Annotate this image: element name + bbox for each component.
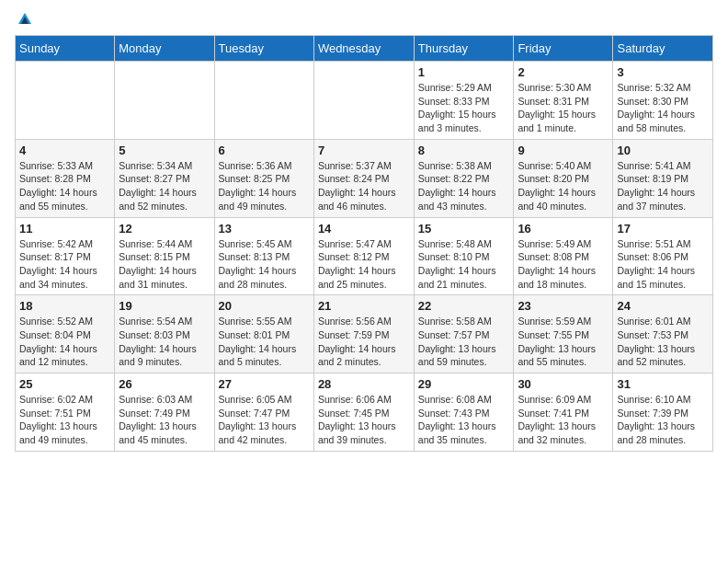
day-number: 5 <box>119 144 210 157</box>
calendar-cell: 25Sunrise: 6:02 AMSunset: 7:51 PMDayligh… <box>16 373 115 452</box>
day-info: Sunrise: 5:34 AMSunset: 8:27 PMDaylight:… <box>119 159 210 213</box>
day-info: Sunrise: 5:51 AMSunset: 8:06 PMDaylight:… <box>617 237 709 292</box>
day-info: Sunrise: 5:30 AMSunset: 8:31 PMDaylight:… <box>518 81 609 135</box>
calendar-header-wednesday: Wednesday <box>313 36 414 62</box>
calendar-week-row: 25Sunrise: 6:02 AMSunset: 7:51 PMDayligh… <box>16 373 713 452</box>
day-info: Sunrise: 5:33 AMSunset: 8:28 PMDaylight:… <box>19 159 110 213</box>
calendar-cell: 16Sunrise: 5:49 AMSunset: 8:08 PMDayligh… <box>514 217 613 295</box>
day-number: 8 <box>418 144 510 157</box>
day-number: 15 <box>418 222 510 236</box>
calendar-table: SundayMondayTuesdayWednesdayThursdayFrid… <box>15 35 713 452</box>
day-info: Sunrise: 6:02 AMSunset: 7:51 PMDaylight:… <box>19 393 110 447</box>
calendar-header-tuesday: Tuesday <box>214 36 313 62</box>
calendar-cell: 28Sunrise: 6:06 AMSunset: 7:45 PMDayligh… <box>313 373 414 452</box>
day-info: Sunrise: 5:59 AMSunset: 7:55 PMDaylight:… <box>518 315 609 369</box>
day-number: 13 <box>219 222 310 236</box>
day-number: 25 <box>19 377 110 391</box>
day-info: Sunrise: 6:06 AMSunset: 7:45 PMDaylight:… <box>318 393 410 447</box>
day-info: Sunrise: 5:48 AMSunset: 8:10 PMDaylight:… <box>418 237 510 292</box>
calendar-cell: 27Sunrise: 6:05 AMSunset: 7:47 PMDayligh… <box>214 373 313 452</box>
day-info: Sunrise: 5:45 AMSunset: 8:13 PMDaylight:… <box>219 237 310 292</box>
calendar-cell: 13Sunrise: 5:45 AMSunset: 8:13 PMDayligh… <box>214 217 313 295</box>
day-number: 26 <box>119 377 210 391</box>
day-number: 20 <box>219 299 310 313</box>
calendar-cell: 5Sunrise: 5:34 AMSunset: 8:27 PMDaylight… <box>115 139 214 217</box>
calendar-cell: 2Sunrise: 5:30 AMSunset: 8:31 PMDaylight… <box>514 62 613 140</box>
calendar-cell <box>115 62 214 140</box>
day-number: 10 <box>617 144 709 157</box>
day-number: 28 <box>318 377 410 391</box>
day-number: 1 <box>418 65 510 79</box>
day-number: 16 <box>518 222 609 236</box>
day-info: Sunrise: 6:08 AMSunset: 7:43 PMDaylight:… <box>418 393 510 447</box>
day-number: 18 <box>19 299 110 313</box>
calendar-cell: 10Sunrise: 5:41 AMSunset: 8:19 PMDayligh… <box>613 139 713 217</box>
day-info: Sunrise: 5:54 AMSunset: 8:03 PMDaylight:… <box>119 315 210 369</box>
calendar-cell: 1Sunrise: 5:29 AMSunset: 8:33 PMDaylight… <box>414 62 514 140</box>
day-number: 29 <box>418 377 510 391</box>
calendar-cell: 3Sunrise: 5:32 AMSunset: 8:30 PMDaylight… <box>613 62 713 140</box>
calendar-cell: 21Sunrise: 5:56 AMSunset: 7:59 PMDayligh… <box>313 295 414 373</box>
day-info: Sunrise: 5:29 AMSunset: 8:33 PMDaylight:… <box>418 81 510 135</box>
calendar-cell <box>16 62 115 140</box>
calendar-cell: 18Sunrise: 5:52 AMSunset: 8:04 PMDayligh… <box>16 295 115 373</box>
day-info: Sunrise: 5:40 AMSunset: 8:20 PMDaylight:… <box>518 159 609 213</box>
calendar-week-row: 18Sunrise: 5:52 AMSunset: 8:04 PMDayligh… <box>16 295 713 373</box>
day-number: 14 <box>318 222 410 236</box>
day-info: Sunrise: 6:05 AMSunset: 7:47 PMDaylight:… <box>219 393 310 447</box>
day-number: 17 <box>617 222 709 236</box>
day-info: Sunrise: 6:01 AMSunset: 7:53 PMDaylight:… <box>617 315 709 369</box>
calendar-cell: 15Sunrise: 5:48 AMSunset: 8:10 PMDayligh… <box>414 217 514 295</box>
day-info: Sunrise: 5:56 AMSunset: 7:59 PMDaylight:… <box>318 315 410 369</box>
calendar-header-friday: Friday <box>514 36 613 62</box>
day-info: Sunrise: 5:52 AMSunset: 8:04 PMDaylight:… <box>19 315 110 369</box>
day-number: 27 <box>219 377 310 391</box>
day-number: 2 <box>518 65 609 79</box>
day-info: Sunrise: 5:41 AMSunset: 8:19 PMDaylight:… <box>617 159 709 213</box>
calendar-header-thursday: Thursday <box>414 36 514 62</box>
calendar-cell: 8Sunrise: 5:38 AMSunset: 8:22 PMDaylight… <box>414 139 514 217</box>
calendar-header-saturday: Saturday <box>613 36 713 62</box>
day-number: 31 <box>617 377 709 391</box>
calendar-cell: 7Sunrise: 5:37 AMSunset: 8:24 PMDaylight… <box>313 139 414 217</box>
day-info: Sunrise: 5:32 AMSunset: 8:30 PMDaylight:… <box>617 81 709 135</box>
calendar-cell: 9Sunrise: 5:40 AMSunset: 8:20 PMDaylight… <box>514 139 613 217</box>
day-info: Sunrise: 6:10 AMSunset: 7:39 PMDaylight:… <box>617 393 709 447</box>
calendar-cell: 12Sunrise: 5:44 AMSunset: 8:15 PMDayligh… <box>115 217 214 295</box>
page-header <box>15 15 713 28</box>
calendar-header-monday: Monday <box>115 36 214 62</box>
calendar-cell <box>214 62 313 140</box>
day-number: 12 <box>119 222 210 236</box>
calendar-cell: 26Sunrise: 6:03 AMSunset: 7:49 PMDayligh… <box>115 373 214 452</box>
calendar-cell: 22Sunrise: 5:58 AMSunset: 7:57 PMDayligh… <box>414 295 514 373</box>
day-number: 24 <box>617 299 709 313</box>
day-number: 23 <box>518 299 609 313</box>
day-info: Sunrise: 5:55 AMSunset: 8:01 PMDaylight:… <box>219 315 310 369</box>
day-info: Sunrise: 5:36 AMSunset: 8:25 PMDaylight:… <box>219 159 310 213</box>
calendar-cell: 19Sunrise: 5:54 AMSunset: 8:03 PMDayligh… <box>115 295 214 373</box>
calendar-cell: 30Sunrise: 6:09 AMSunset: 7:41 PMDayligh… <box>514 373 613 452</box>
calendar-cell <box>313 62 414 140</box>
day-number: 3 <box>617 65 709 79</box>
calendar-header-sunday: Sunday <box>16 36 115 62</box>
day-info: Sunrise: 5:47 AMSunset: 8:12 PMDaylight:… <box>318 237 410 292</box>
calendar-header-row: SundayMondayTuesdayWednesdayThursdayFrid… <box>16 36 713 62</box>
day-number: 11 <box>19 222 110 236</box>
calendar-cell: 6Sunrise: 5:36 AMSunset: 8:25 PMDaylight… <box>214 139 313 217</box>
day-info: Sunrise: 5:42 AMSunset: 8:17 PMDaylight:… <box>19 237 110 292</box>
day-number: 6 <box>219 144 310 157</box>
day-number: 22 <box>418 299 510 313</box>
day-number: 21 <box>318 299 410 313</box>
day-number: 7 <box>318 144 410 157</box>
day-number: 19 <box>119 299 210 313</box>
calendar-cell: 17Sunrise: 5:51 AMSunset: 8:06 PMDayligh… <box>613 217 713 295</box>
calendar-week-row: 1Sunrise: 5:29 AMSunset: 8:33 PMDaylight… <box>16 62 713 140</box>
calendar-week-row: 11Sunrise: 5:42 AMSunset: 8:17 PMDayligh… <box>16 217 713 295</box>
calendar-cell: 4Sunrise: 5:33 AMSunset: 8:28 PMDaylight… <box>16 139 115 217</box>
calendar-cell: 14Sunrise: 5:47 AMSunset: 8:12 PMDayligh… <box>313 217 414 295</box>
logo-icon <box>17 11 33 28</box>
day-info: Sunrise: 6:03 AMSunset: 7:49 PMDaylight:… <box>119 393 210 447</box>
calendar-cell: 20Sunrise: 5:55 AMSunset: 8:01 PMDayligh… <box>214 295 313 373</box>
calendar-cell: 11Sunrise: 5:42 AMSunset: 8:17 PMDayligh… <box>16 217 115 295</box>
day-number: 9 <box>518 144 609 157</box>
